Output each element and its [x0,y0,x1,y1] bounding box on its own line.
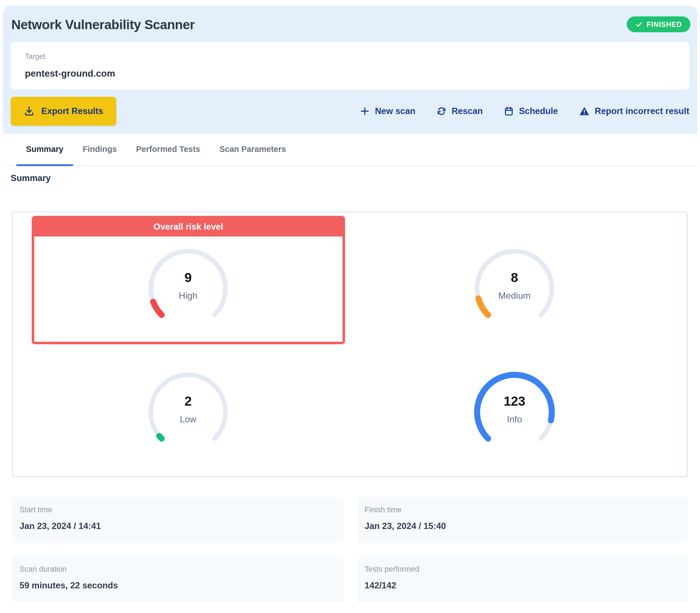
new-scan-label: New scan [375,106,415,116]
action-links: New scan Rescan [360,106,689,117]
schedule-button[interactable]: Schedule [504,106,558,116]
rescan-label: Rescan [452,106,483,116]
tab-findings[interactable]: Findings [73,134,127,166]
gauge-medium: 8 Medium [468,242,561,335]
tab-summary[interactable]: Summary [16,134,73,166]
start-time-label: Start time [19,506,344,514]
finish-time-value: Jan 23, 2024 / 15:40 [365,521,688,531]
toolbar: Export Results New scan R [11,97,689,126]
gauge-high-label: High [142,290,235,301]
gauge-low-value: 2 [142,393,235,409]
refresh-icon [436,106,447,116]
tests-performed-label: Tests performed [365,565,688,574]
export-results-button[interactable]: Export Results [11,97,116,126]
gauge-high: 9 High [142,242,235,335]
risk-summary-card: Overall risk level 9 High 8 Medium 2 Low… [12,212,688,477]
gauge-low: 2 Low [142,365,235,459]
page-title: Network Vulnerability Scanner [11,17,195,32]
gauge-medium-label: Medium [468,290,561,301]
rescan-button[interactable]: Rescan [436,106,483,116]
scan-duration-label: Scan duration [19,565,344,574]
scan-duration-value: 59 minutes, 22 seconds [19,581,344,591]
gauge-low-label: Low [142,414,235,425]
tab-bar: Summary Findings Performed Tests Scan Pa… [3,134,697,166]
download-icon [24,106,35,117]
tests-performed-card: Tests performed 142/142 [357,557,688,602]
scan-results-page: Network Vulnerability Scanner FINISHED T… [0,0,700,613]
finish-time-label: Finish time [365,506,688,514]
report-incorrect-result-button[interactable]: Report incorrect result [579,106,689,117]
status-badge-label: FINISHED [647,21,682,29]
overall-risk-level-label: Overall risk level [34,218,343,236]
tab-performed-tests[interactable]: Performed Tests [127,134,210,166]
target-value: pentest-ground.com [25,68,689,79]
gauge-medium-value: 8 [468,270,561,285]
target-card: Target pentest-ground.com [11,42,689,89]
summary-section-title: Summary [11,173,51,183]
warning-icon [579,106,590,117]
schedule-label: Schedule [519,106,558,116]
scan-duration-card: Scan duration 59 minutes, 22 seconds [12,557,344,602]
tab-scan-parameters[interactable]: Scan Parameters [210,134,295,166]
check-icon [635,21,643,28]
gauge-info-value: 123 [468,393,561,409]
target-label: Target [25,52,689,61]
start-time-value: Jan 23, 2024 / 14:41 [19,521,344,531]
gauge-info-label: Info [468,414,561,425]
report-incorrect-result-label: Report incorrect result [595,106,689,116]
finish-time-card: Finish time Jan 23, 2024 / 15:40 [357,497,688,543]
start-time-card: Start time Jan 23, 2024 / 14:41 [12,497,344,543]
plus-icon [360,106,370,116]
header-panel: Network Vulnerability Scanner FINISHED T… [3,6,697,134]
tests-performed-value: 142/142 [365,581,688,591]
calendar-icon [504,106,514,116]
new-scan-button[interactable]: New scan [360,106,415,116]
status-badge: FINISHED [627,16,690,32]
gauge-info: 123 Info [468,365,561,459]
export-results-label: Export Results [41,106,103,116]
gauge-high-value: 9 [142,270,235,285]
